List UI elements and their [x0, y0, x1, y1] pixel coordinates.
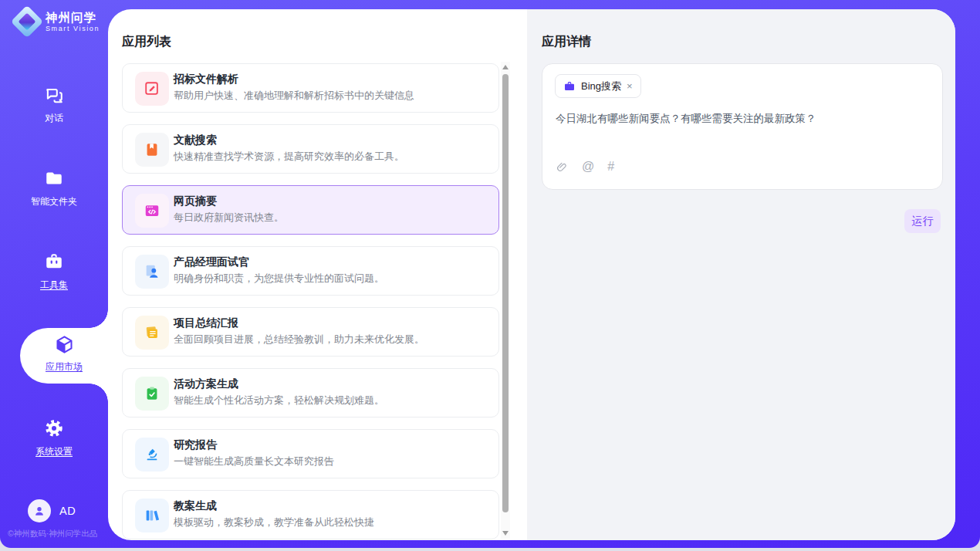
app-name: 网页摘要	[174, 194, 217, 208]
briefcase-icon	[563, 80, 576, 93]
app-window: 神州问学 Smart Vision 对话 智能文件夹	[0, 0, 980, 548]
interview-icon	[144, 263, 161, 280]
active-tab-curve-bottom	[90, 384, 108, 402]
sidebar-item-label: 系统设置	[0, 445, 108, 458]
app-icon-tile	[135, 72, 169, 106]
app-icon-tile	[135, 194, 169, 228]
user-account[interactable]: AD	[28, 499, 76, 522]
app-name: 文献搜索	[174, 134, 217, 147]
book-icon	[144, 141, 161, 158]
sidebar-item-settings[interactable]: 系统设置	[0, 418, 108, 465]
sidebar-item-label: 对话	[0, 112, 108, 125]
scroll-up-button[interactable]	[501, 62, 510, 73]
app-icon-tile	[135, 316, 169, 350]
app-description: 帮助用户快速、准确地理解和解析招标书中的关键信息	[174, 89, 414, 103]
app-detail-title: 应用详情	[542, 34, 591, 50]
pen-edit-icon	[144, 80, 161, 97]
sidebar-item-app-market[interactable]: 应用市场	[20, 328, 108, 384]
app-icon-tile	[135, 255, 169, 289]
briefcase-icon	[44, 252, 64, 272]
app-list-scrollbar[interactable]	[501, 62, 510, 539]
app-name: 教案生成	[174, 499, 217, 513]
app-list-item-bid-parse[interactable]: 招标文件解析 帮助用户快速、准确地理解和解析招标书中的关键信息	[122, 63, 499, 113]
books-icon	[144, 507, 161, 524]
app-description: 模板驱动，教案秒成，教学准备从此轻松快捷	[174, 516, 374, 529]
brand-logo: 神州问学 Smart Vision	[15, 10, 100, 33]
copyright-text: ©神州数码·神州问学出品	[8, 529, 110, 539]
app-icon-tile	[135, 377, 169, 411]
app-name: 研究报告	[174, 438, 217, 452]
scrollbar-thumb[interactable]	[502, 74, 509, 512]
app-list-item-research-report[interactable]: 研究报告 一键智能生成高质量长文本研究报告	[122, 429, 499, 478]
app-name: 产品经理面试官	[174, 255, 249, 269]
web-code-icon	[144, 202, 161, 219]
run-button[interactable]: 运行	[904, 209, 941, 233]
tool-chip-label: Bing搜索	[581, 79, 621, 93]
sidebar-item-label: 应用市场	[20, 360, 108, 374]
sidebar-item-chat[interactable]: 对话	[0, 85, 108, 131]
app-name: 招标文件解析	[174, 73, 238, 86]
prompt-card: Bing搜索 × 今日湖北有哪些新闻要点？有哪些需要关注的最新政策？ @ #	[542, 63, 943, 190]
sidebar-item-smart-folder[interactable]: 智能文件夹	[0, 168, 108, 215]
notes-icon	[144, 324, 161, 341]
active-tab-curve-top	[90, 309, 108, 328]
brand-subtitle: Smart Vision	[46, 25, 100, 33]
sidebar-item-label: 智能文件夹	[0, 195, 108, 208]
app-icon-tile	[135, 438, 169, 472]
app-list-item-web-summary[interactable]: 网页摘要 每日政府新闻资讯快查。	[122, 185, 499, 235]
clipboard-check-icon	[144, 385, 161, 402]
app-icon-tile	[135, 499, 169, 532]
diamond-logo-icon	[11, 5, 43, 38]
close-icon[interactable]: ×	[627, 81, 633, 91]
chat-icon	[44, 85, 64, 105]
query-input[interactable]: 今日湖北有哪些新闻要点？有哪些需要关注的最新政策？	[556, 112, 931, 126]
tool-chip-bing-search[interactable]: Bing搜索 ×	[555, 74, 641, 98]
gear-icon	[44, 418, 64, 438]
app-description: 每日政府新闻资讯快查。	[174, 211, 284, 225]
cube-icon	[54, 344, 75, 357]
folder-icon	[44, 168, 64, 188]
main-content: 应用列表 应用详情 招标文件解析 帮助用户快速、准确地理解和解析招标书中的关键信…	[108, 9, 955, 540]
sidebar-item-toolset[interactable]: 工具集	[0, 252, 108, 298]
sidebar: 神州问学 Smart Vision 对话 智能文件夹	[0, 0, 108, 548]
app-list-title: 应用列表	[122, 34, 171, 50]
paperclip-icon[interactable]	[556, 161, 569, 174]
app-list-item-literature-search[interactable]: 文献搜索 快速精准查找学术资源，提高研究效率的必备工具。	[122, 124, 499, 174]
input-toolbar: @ #	[556, 160, 614, 174]
sidebar-item-label: 工具集	[0, 279, 108, 292]
at-icon[interactable]: @	[582, 160, 594, 174]
app-list-item-event-plan[interactable]: 活动方案生成 智能生成个性化活动方案，轻松解决规划难题。	[122, 368, 499, 417]
brand-name: 神州问学	[46, 11, 100, 24]
scroll-down-button[interactable]	[501, 528, 510, 539]
hash-icon[interactable]: #	[607, 160, 614, 174]
app-list-item-project-summary[interactable]: 项目总结汇报 全面回顾项目进展，总结经验教训，助力未来优化发展。	[122, 307, 499, 357]
app-icon-tile	[135, 133, 169, 167]
app-list-item-pm-interviewer[interactable]: 产品经理面试官 明确身份和职责，为您提供专业性的面试问题。	[122, 246, 499, 296]
scroll-up-icon	[502, 65, 509, 69]
person-icon	[32, 504, 46, 518]
app-name: 项目总结汇报	[174, 316, 238, 330]
app-name: 活动方案生成	[174, 377, 238, 391]
app-description: 快速精准查找学术资源，提高研究效率的必备工具。	[174, 150, 404, 164]
app-description: 明确身份和职责，为您提供专业性的面试问题。	[174, 272, 384, 286]
app-description: 一键智能生成高质量长文本研究报告	[174, 455, 334, 468]
microscope-icon	[144, 446, 161, 463]
app-description: 智能生成个性化活动方案，轻松解决规划难题。	[174, 394, 384, 407]
avatar	[28, 499, 51, 522]
app-list-item-lesson-plan[interactable]: 教案生成 模板驱动，教案秒成，教学准备从此轻松快捷	[122, 490, 499, 539]
user-initials: AD	[59, 505, 76, 517]
app-description: 全面回顾项目进展，总结经验教训，助力未来优化发展。	[174, 333, 424, 346]
scroll-down-icon	[502, 531, 509, 536]
